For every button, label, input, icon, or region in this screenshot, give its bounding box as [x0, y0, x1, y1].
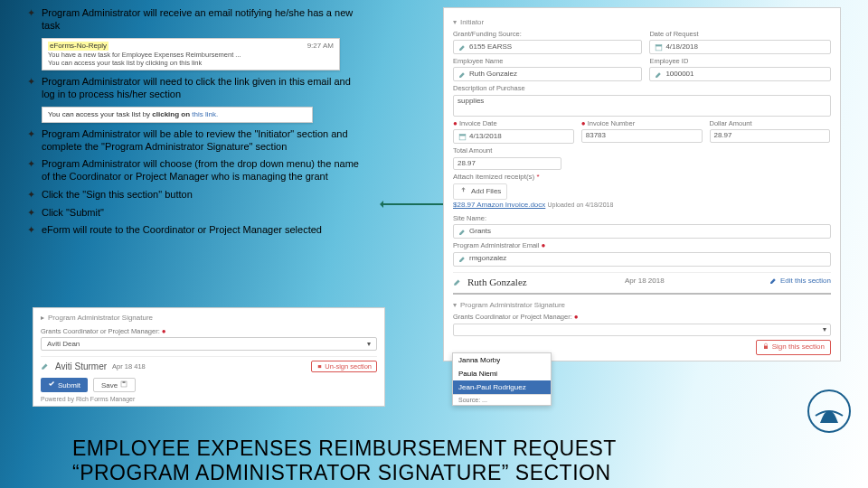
bullet-text: eForm will route to the Coordinator or P… — [42, 224, 366, 237]
eform-panel: ▸ Initiator Grant/Funding Source: 6155 E… — [443, 7, 841, 361]
instruction-list: ✦ Program Administrator will receive an … — [27, 7, 366, 242]
bullet-item: ✦ Program Administrator will need to cli… — [27, 76, 366, 101]
pointer-arrow — [382, 203, 449, 205]
grant-funding-input[interactable]: 6155 EARSS — [453, 40, 642, 54]
email-body: You can access your task list by clickin… — [48, 59, 334, 67]
field-label: Date of Request — [649, 31, 831, 38]
dollar-amount-input[interactable]: 28.97 — [710, 129, 831, 143]
calendar-icon — [458, 132, 467, 141]
pa-signature-header[interactable]: ▸ Program Administrator Signature — [453, 302, 831, 310]
description-input[interactable]: supplies — [453, 95, 831, 117]
field-value: Ruth Gonzalez — [469, 70, 517, 79]
svg-rect-1 — [656, 44, 662, 46]
field-value: Grants — [469, 228, 491, 236]
coordinator-select[interactable]: ▾ — [453, 324, 831, 337]
required-icon: ● — [574, 313, 579, 321]
pa-detail-header[interactable]: ▸ Program Administrator Signature — [41, 314, 377, 322]
field-value: 1000001 — [665, 70, 693, 79]
email-subject: You have a new task for Employee Expense… — [48, 51, 334, 59]
signature-name: Aviti Sturmer — [55, 361, 107, 371]
required-icon: ● — [581, 119, 586, 127]
upload-icon — [459, 186, 467, 197]
add-files-button[interactable]: Add Files — [453, 183, 507, 200]
edit-section-button[interactable]: Edit this section — [769, 277, 831, 287]
bullet-marker: ✦ — [27, 189, 42, 202]
edit-label: Edit this section — [780, 277, 831, 286]
bullet-text: Program Administrator will choose (from … — [42, 158, 366, 183]
field-label: Site Name: — [453, 215, 831, 222]
date-request-input[interactable]: 4/18/2018 — [649, 40, 831, 54]
field-value: 4/13/2018 — [469, 133, 502, 141]
bullet-text: Program Administrator will receive an em… — [42, 7, 366, 33]
attachments-section: Attach itemized receipt(s) * Add Files $… — [453, 174, 831, 209]
powered-by: Powered by Rich Forms Manager — [41, 396, 377, 402]
chevron-down-icon: ▸ — [451, 304, 459, 307]
bullet-marker: ✦ — [27, 158, 42, 183]
svg-rect-4 — [764, 346, 768, 350]
total-amount-field: 28.97 — [453, 157, 561, 171]
submit-button[interactable]: Submit — [41, 378, 88, 392]
email-time: 9:27 AM — [307, 42, 334, 51]
task-link[interactable]: this link. — [192, 110, 218, 118]
svg-rect-7 — [123, 381, 126, 383]
coordinator-dropdown[interactable]: Janna Morby Paula Niemi Jean-Paul Rodrig… — [452, 352, 552, 406]
invoice-number-input[interactable]: 83783 — [581, 129, 703, 143]
chevron-down-icon: ▾ — [367, 340, 371, 348]
add-files-label: Add Files — [471, 188, 501, 196]
pa-email-input[interactable]: rmgonzalez — [453, 252, 831, 267]
dropdown-option[interactable]: Paula Niemi — [453, 367, 551, 380]
bullet-marker: ✦ — [27, 7, 42, 33]
brand-logo — [807, 389, 852, 434]
slide-title: EMPLOYEE EXPENSES REIMBURSEMENT REQUEST … — [72, 436, 814, 484]
coordinator-select-filled[interactable]: Aviti Dean ▾ — [41, 337, 377, 351]
attachment-link[interactable]: $28.97 Amazon Invoice.docx — [453, 201, 545, 209]
bullet-text: Click "Submit" — [42, 207, 366, 220]
initiator-header[interactable]: ▸ Initiator — [453, 19, 831, 27]
employee-name-input[interactable]: Ruth Gonzalez — [453, 67, 642, 81]
email-from: eForms-No-Reply — [48, 42, 108, 51]
dropdown-option[interactable]: Jean-Paul Rodriguez — [453, 380, 551, 394]
site-name-input[interactable]: Grants — [453, 224, 831, 239]
section-title: Program Administrator Signature — [460, 302, 565, 310]
link-text-inset: You can access your task list by clickin… — [42, 107, 313, 123]
field-label: Dollar Amount — [710, 120, 831, 127]
signature-name: Ruth Gonzalez — [467, 277, 527, 287]
employee-id-input[interactable]: 1000001 — [649, 67, 831, 81]
required-icon: ● — [453, 119, 458, 127]
field-label: Grant/Funding Source: — [453, 31, 642, 38]
bullet-text: Program Administrator will need to click… — [42, 76, 366, 101]
attachment-meta: Uploaded on 4/18/2018 — [548, 202, 614, 208]
field-value: 4/18/2018 — [665, 43, 698, 52]
field-label: Program Administrator Email — [453, 241, 539, 249]
sign-section-button[interactable]: Sign this section — [756, 340, 831, 355]
edit-icon — [458, 70, 467, 79]
pa-signature-row: Aviti Sturmer Apr 18 418 Un-sign section — [41, 356, 377, 372]
dropdown-option[interactable]: Janna Morby — [453, 353, 551, 367]
attach-label: Attach itemized receipt(s) — [453, 173, 534, 181]
chevron-down-icon: ▾ — [823, 326, 826, 334]
field-value: supplies — [458, 98, 484, 106]
bullet-marker: ✦ — [27, 207, 42, 220]
field-value: 28.97 — [458, 160, 476, 168]
calendar-icon — [654, 42, 663, 52]
field-label: Total Amount — [453, 147, 831, 155]
field-value: 83783 — [586, 132, 606, 140]
bullet-text: Click the "Sign this section" button — [42, 189, 366, 202]
section-title: Program Administrator Signature — [48, 314, 153, 322]
field-label: Employee Name — [453, 58, 642, 65]
disk-icon — [120, 380, 127, 389]
invoice-date-input[interactable]: 4/13/2018 — [453, 129, 574, 144]
unsign-button[interactable]: Un-sign section — [311, 361, 377, 372]
edit-icon — [458, 42, 467, 52]
title-line-1: EMPLOYEE EXPENSES REIMBURSEMENT REQUEST — [72, 436, 814, 460]
bullet-item: ✦ Click the "Sign this section" button — [27, 189, 366, 202]
select-value: Aviti Dean — [47, 340, 80, 348]
submit-label: Submit — [58, 381, 80, 389]
field-label: Grants Coordinator or Project Manager: — [453, 313, 572, 321]
bullet-marker: ✦ — [27, 224, 42, 237]
save-button[interactable]: Save — [93, 378, 136, 392]
email-preview-inset: eForms-No-Reply 9:27 AM You have a new t… — [42, 38, 340, 71]
pa-signature-section: ▸ Program Administrator Signature Grants… — [453, 293, 831, 355]
chevron-down-icon: ▸ — [451, 21, 459, 24]
field-label: Invoice Date — [459, 119, 497, 127]
